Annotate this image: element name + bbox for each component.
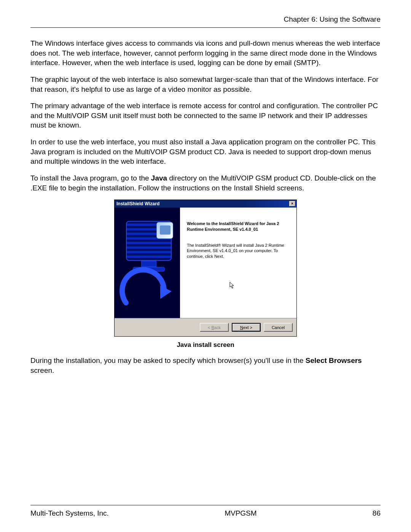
wizard-heading: Welcome to the InstallShield Wizard for … <box>187 221 289 232</box>
wizard-body-text: The InstallShield® Wizard will install J… <box>187 243 289 259</box>
button-label: Cancel <box>272 325 285 330</box>
cancel-button[interactable]: Cancel <box>264 323 293 332</box>
arrow-swirl-icon <box>118 265 175 310</box>
dialog-button-row: < Back Next > Cancel <box>115 318 296 336</box>
dialog-body: Welcome to the InstallShield Wizard for … <box>115 208 296 318</box>
text-bold: Java <box>151 174 167 182</box>
text-run: screen. <box>30 366 54 374</box>
body-paragraph: The graphic layout of the web interface … <box>30 75 381 94</box>
body-paragraph: The primary advantage of the web interfa… <box>30 101 381 130</box>
software-box-icon <box>156 222 173 239</box>
button-mnemonic: B <box>212 325 214 330</box>
dialog-titlebar: InstallShield Wizard × <box>115 200 296 208</box>
page-header: Chapter 6: Using the Software <box>30 15 381 28</box>
cursor-icon <box>229 282 235 290</box>
dialog-title: InstallShield Wizard <box>116 201 159 206</box>
close-button[interactable]: × <box>289 201 295 206</box>
close-icon: × <box>291 202 293 206</box>
button-mnemonic: N <box>240 325 243 330</box>
button-label-rest: ack <box>214 325 221 330</box>
footer-page-number: 86 <box>373 509 381 518</box>
footer-left: Multi-Tech Systems, Inc. <box>30 509 109 518</box>
chapter-title: Chapter 6: Using the Software <box>284 15 381 23</box>
button-prefix: < <box>208 325 210 330</box>
installshield-dialog: InstallShield Wizard × Welcome to the <box>114 200 297 337</box>
back-button[interactable]: < Back <box>200 323 229 332</box>
page-footer: Multi-Tech Systems, Inc. MVPGSM 86 <box>30 505 381 518</box>
body-paragraph: To install the Java program, go to the J… <box>30 173 381 193</box>
next-button[interactable]: Next > <box>232 323 261 332</box>
text-run: During the installation, you may be aske… <box>30 356 306 364</box>
figure-caption: Java install screen <box>30 341 381 349</box>
body-paragraph: The Windows interface gives access to co… <box>30 38 381 68</box>
text-run: To install the Java program, go to the <box>30 174 151 182</box>
body-paragraph: During the installation, you may be aske… <box>30 356 381 375</box>
dialog-sidebar-art <box>115 208 180 318</box>
dialog-content: Welcome to the InstallShield Wizard for … <box>180 208 296 318</box>
footer-center: MVPGSM <box>225 509 256 518</box>
button-label-rest: ext > <box>243 325 252 330</box>
body-paragraph: In order to use the web interface, you m… <box>30 137 381 166</box>
text-bold: Select Browsers <box>306 356 362 364</box>
